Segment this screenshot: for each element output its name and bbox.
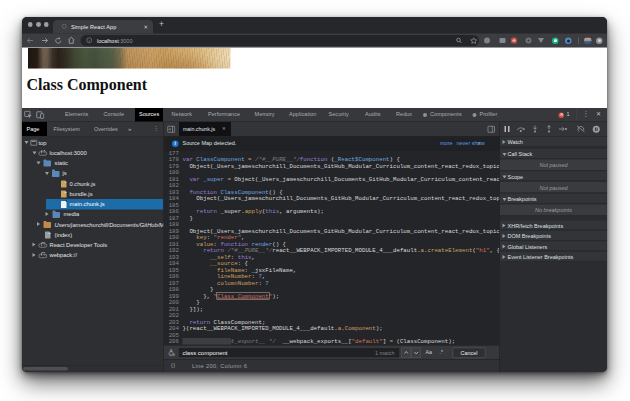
svg-text:B: B: [172, 353, 175, 357]
